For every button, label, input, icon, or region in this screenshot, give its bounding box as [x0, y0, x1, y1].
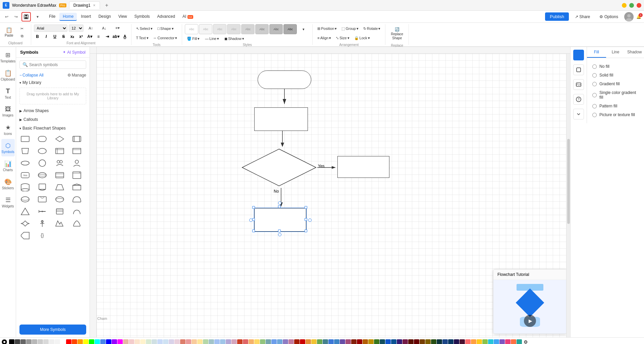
color-dot[interactable]	[38, 339, 43, 344]
color-dot[interactable]	[55, 339, 60, 344]
more-symbols-button[interactable]: More Symbols	[19, 325, 86, 335]
color-dot[interactable]	[505, 339, 511, 344]
color-dot[interactable]	[408, 339, 414, 344]
color-dot[interactable]	[220, 339, 225, 344]
color-dot[interactable]	[482, 339, 488, 344]
color-dot[interactable]	[146, 339, 151, 344]
shape-process1[interactable]	[254, 107, 308, 131]
shape-decision[interactable]	[241, 148, 317, 187]
color-dot[interactable]	[214, 339, 220, 344]
style-swatch-7[interactable]: Abc	[269, 24, 283, 34]
connector-button[interactable]: ↔ Connector ▾	[151, 34, 179, 42]
connection-point-bottom[interactable]	[278, 233, 281, 236]
text-align-button[interactable]: ≡▾	[112, 24, 124, 32]
color-dot[interactable]	[112, 339, 117, 344]
expand-panel-btn[interactable]	[573, 109, 584, 119]
shape-item[interactable]	[53, 194, 66, 205]
font-size-select[interactable]: 12	[69, 24, 84, 32]
shape-item[interactable]	[36, 194, 49, 205]
color-dot[interactable]	[243, 339, 248, 344]
color-dot[interactable]	[328, 339, 334, 344]
shape-item[interactable]	[70, 206, 83, 217]
shape-item[interactable]	[53, 206, 66, 217]
shape-button[interactable]: □ Shape ▾	[155, 24, 175, 33]
fill-panel-icon-btn[interactable]	[573, 50, 584, 60]
color-dot[interactable]	[83, 339, 89, 344]
color-dot[interactable]	[266, 339, 271, 344]
color-dot[interactable]	[15, 339, 20, 344]
color-dot[interactable]	[385, 339, 391, 344]
shape-yes-process[interactable]	[337, 156, 389, 178]
shape-item[interactable]	[53, 169, 66, 181]
flowchart-shapes-header[interactable]: ▾ Basic Flowchart Shapes	[16, 125, 90, 132]
strikethrough-button[interactable]: S	[60, 33, 67, 40]
color-dot[interactable]	[306, 339, 311, 344]
color-dot[interactable]	[254, 339, 260, 344]
position-button[interactable]: ⊞ Position ▾	[315, 24, 339, 33]
shape-item[interactable]	[36, 169, 49, 181]
paste-button[interactable]: 📋 Paste	[3, 25, 15, 40]
shape-item[interactable]	[36, 133, 49, 145]
options-button[interactable]: ⚙ Options	[596, 13, 622, 21]
subscript-button[interactable]: x₂	[69, 33, 76, 40]
shape-item[interactable]	[70, 133, 83, 145]
handle-tc[interactable]	[278, 205, 281, 208]
color-dot[interactable]	[288, 339, 294, 344]
cut-button[interactable]: ✂	[16, 26, 28, 32]
tutorial-play-button[interactable]: ▶	[524, 315, 536, 327]
shape-item[interactable]	[70, 182, 83, 193]
color-dot[interactable]	[294, 339, 300, 344]
color-dot[interactable]	[66, 339, 71, 344]
color-dot[interactable]	[117, 339, 123, 344]
shape-item[interactable]	[19, 218, 32, 229]
tab-shadow[interactable]: Shadow	[625, 47, 644, 58]
fill-option-gradient[interactable]: Gradient fill	[591, 80, 640, 88]
underline-button[interactable]: U	[51, 33, 59, 40]
color-dot[interactable]	[237, 339, 243, 344]
connection-point-right[interactable]	[308, 218, 312, 222]
panel-btn-charts[interactable]: 📊 Charts	[1, 157, 15, 175]
color-dot[interactable]	[351, 339, 357, 344]
fill-option-single-gradient[interactable]: Single color gradient fill	[591, 88, 640, 102]
italic-button[interactable]: I	[43, 33, 50, 40]
shape-no-process[interactable]	[254, 208, 306, 232]
color-dot[interactable]	[499, 339, 505, 344]
color-dot[interactable]	[517, 339, 522, 344]
fill-option-pattern[interactable]: Pattern fill	[591, 102, 640, 110]
color-dot[interactable]	[283, 339, 288, 344]
panel-btn-stickers[interactable]: 🎨 Stickers	[1, 175, 15, 193]
canvas[interactable]: Yes No	[97, 54, 570, 337]
style-swatch-6[interactable]: Abc	[255, 24, 269, 34]
color-dot[interactable]	[20, 339, 26, 344]
color-dot[interactable]	[43, 339, 49, 344]
fill-option-no-fill[interactable]: No fill	[591, 62, 640, 71]
image-panel-icon-btn[interactable]	[573, 79, 584, 90]
arrow-shapes-header[interactable]: ▶ Arrow Shapes	[16, 107, 90, 114]
color-settings-button[interactable]: ⚙	[524, 339, 528, 344]
align-button[interactable]: ≡ Align ▾	[315, 34, 333, 42]
color-dot[interactable]	[340, 339, 345, 344]
my-library-header[interactable]: ▾ My Library	[16, 79, 90, 86]
shape-item[interactable]	[70, 157, 83, 169]
canvas-scroll[interactable]: Yes No	[97, 54, 570, 337]
panel-btn-clipboard[interactable]: 📋 Clipboard	[1, 66, 15, 84]
color-dot[interactable]	[311, 339, 317, 344]
indent-button[interactable]: ⇥	[104, 33, 111, 40]
group-button[interactable]: ⬚ Group ▾	[339, 24, 361, 33]
color-dot[interactable]	[374, 339, 379, 344]
color-dot[interactable]	[380, 339, 385, 344]
scrollbar-v[interactable]	[566, 54, 570, 337]
color-dot[interactable]	[163, 339, 168, 344]
publish-button[interactable]: Publish	[545, 12, 569, 21]
color-dot[interactable]	[157, 339, 163, 344]
line-panel-icon-btn[interactable]	[573, 64, 584, 75]
tab-line[interactable]: Line	[606, 47, 625, 58]
shape-item[interactable]	[70, 218, 83, 229]
color-dot[interactable]	[448, 339, 453, 344]
color-dot[interactable]	[72, 339, 77, 344]
handle-tr[interactable]	[305, 206, 307, 209]
shape-start[interactable]	[258, 70, 311, 89]
color-dot[interactable]	[186, 339, 191, 344]
color-dot[interactable]	[431, 339, 436, 344]
ai-symbol-button[interactable]: ✦ AI Symbol	[63, 50, 86, 55]
